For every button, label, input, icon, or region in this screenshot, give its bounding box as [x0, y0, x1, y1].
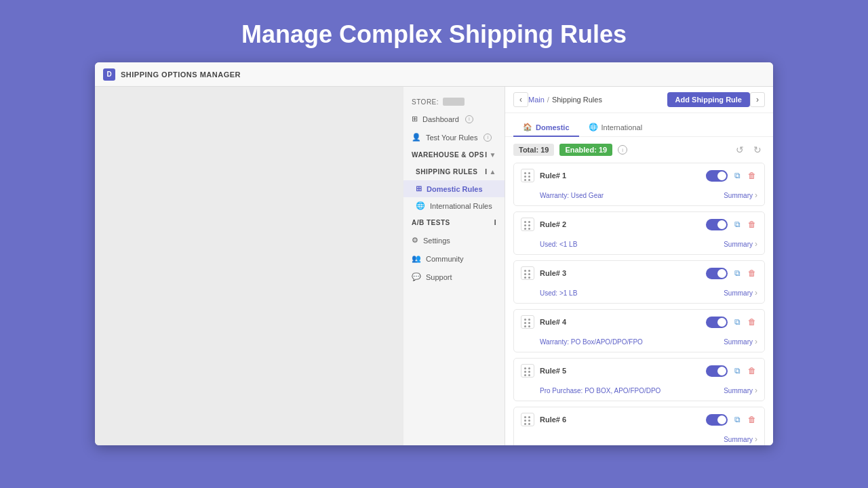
domestic-tab-label: Domestic [536, 123, 570, 131]
rule-4-copy-icon[interactable]: ⧉ [732, 317, 743, 327]
store-label: STORE: [412, 98, 439, 106]
rule-5-toggle[interactable] [706, 365, 728, 377]
enabled-badge: Enabled: 19 [559, 144, 612, 156]
sidebar-item-settings[interactable]: ⚙ Settings [403, 231, 505, 249]
sidebar-item-label: Test Your Rules [426, 134, 477, 142]
rule-1-toggle[interactable] [706, 170, 728, 182]
rule-1-description[interactable]: Warranty: Used Gear [540, 192, 604, 199]
breadcrumb-separator: / [547, 96, 549, 104]
rule-1-summary-link[interactable]: Summary [724, 192, 753, 199]
rule-2-description[interactable]: Used: <1 LB [540, 241, 577, 248]
rule-6-drag-handle[interactable] [521, 413, 534, 426]
rule-5-footer: Pro Purchase: PO BOX, APO/FPO/DPO Summar… [514, 383, 764, 401]
support-icon: 💬 [412, 272, 421, 281]
rule-1-name: Rule# 1 [540, 171, 701, 180]
sidebar-item-support[interactable]: 💬 Support [403, 268, 505, 286]
rule-5-delete-icon[interactable]: 🗑 [747, 365, 757, 376]
tab-international[interactable]: 🌐 International [579, 119, 652, 137]
dashboard-info-icon: i [465, 115, 473, 123]
rule-6-toggle[interactable] [706, 414, 728, 426]
rule-4-toggle[interactable] [706, 317, 728, 328]
rule-2-toggle[interactable] [706, 219, 728, 230]
rule-2-chevron-icon: › [755, 239, 757, 249]
redo-button[interactable]: ↻ [750, 142, 765, 157]
store-badge [443, 98, 465, 106]
breadcrumb-current: Shipping Rules [552, 96, 602, 104]
add-shipping-rule-button[interactable]: Add Shipping Rule [667, 92, 750, 107]
support-label: Support [426, 273, 452, 281]
settings-icon: ⚙ [412, 236, 418, 245]
store-row: STORE: [403, 94, 505, 110]
rule-item: Rule# 4 ⧉ 🗑 Warranty: PO Box/APO/DPO/FPO… [513, 309, 765, 352]
rule-5-chevron-icon: › [755, 386, 757, 395]
rule-4-name: Rule# 4 [540, 318, 701, 326]
nav-back-button[interactable]: ‹ [513, 92, 528, 107]
stats-info-icon[interactable]: i [618, 145, 627, 155]
rule-3-drag-handle[interactable] [521, 266, 534, 280]
warehouse-ops-section[interactable]: WAREHOUSE & OPs i ▼ [403, 146, 505, 163]
rule-3-delete-icon[interactable]: 🗑 [747, 268, 757, 279]
shipping-rules-info-icon: i [485, 168, 487, 176]
shipping-rules-section[interactable]: SHIPPING RULES i ▲ [403, 163, 505, 180]
undo-button[interactable]: ↺ [732, 142, 747, 157]
left-panel [95, 87, 403, 445]
rule-1-footer: Warranty: Used Gear Summary › [514, 188, 764, 205]
rule-3-description[interactable]: Used: >1 LB [540, 289, 577, 297]
total-badge: Total: 19 [513, 144, 554, 156]
rule-3-summary-link[interactable]: Summary [724, 289, 753, 297]
rule-5-copy-icon[interactable]: ⧉ [732, 365, 743, 376]
rule-2-actions: ⧉ 🗑 [706, 219, 757, 230]
content-header: ‹ Main / Shipping Rules Add Shipping Rul… [505, 87, 773, 113]
rule-item: Rule# 5 ⧉ 🗑 Pro Purchase: PO BOX, APO/FP… [513, 358, 765, 401]
warehouse-info-icon: i [485, 151, 487, 159]
rule-6-footer: Summary › [514, 432, 764, 445]
rule-item: Rule# 6 ⧉ 🗑 Summary › [513, 407, 765, 445]
rule-5-name: Rule# 5 [540, 367, 701, 375]
shipping-rules-label: SHIPPING RULES [416, 168, 477, 176]
rule-6-delete-icon[interactable]: 🗑 [747, 414, 757, 425]
rule-2-copy-icon[interactable]: ⧉ [732, 219, 743, 230]
rule-6-header: Rule# 6 ⧉ 🗑 [514, 407, 764, 432]
rule-4-drag-handle[interactable] [521, 315, 534, 329]
rule-2-summary-link[interactable]: Summary [724, 241, 753, 248]
shipping-rules-chevron-icon: ▲ [490, 168, 496, 176]
stats-row: Total: 19 Enabled: 19 i ↺ ↻ [505, 137, 773, 163]
rule-item: Rule# 2 ⧉ 🗑 Used: <1 LB Summary › [513, 211, 765, 255]
rule-4-chevron-icon: › [755, 337, 757, 346]
nav-forward-button[interactable]: › [750, 92, 765, 107]
community-icon: 👥 [412, 254, 421, 263]
ab-tests-section[interactable]: A/B TESTS i [403, 214, 505, 231]
rule-5-description[interactable]: Pro Purchase: PO BOX, APO/FPO/DPO [540, 387, 660, 394]
breadcrumb-main-link[interactable]: Main [528, 96, 545, 104]
sidebar-item-domestic-rules[interactable]: ⊞ Domestic Rules [403, 180, 505, 197]
rule-4-summary-link[interactable]: Summary [724, 338, 753, 346]
rule-4-description[interactable]: Warranty: PO Box/APO/DPO/FPO [540, 338, 643, 346]
rule-6-summary-link[interactable]: Summary [724, 436, 753, 443]
sidebar-item-community[interactable]: 👥 Community [403, 249, 505, 268]
rule-1-chevron-icon: › [755, 190, 757, 200]
sidebar-item-international-rules[interactable]: 🌐 International Rules [403, 197, 505, 214]
rule-1-actions: ⧉ 🗑 [706, 170, 757, 182]
rule-3-copy-icon[interactable]: ⧉ [732, 268, 743, 279]
rule-3-toggle[interactable] [706, 268, 728, 279]
rule-1-delete-icon[interactable]: 🗑 [747, 170, 757, 181]
sidebar-item-test-rules[interactable]: 👤 Test Your Rules i [403, 128, 505, 146]
community-label: Community [426, 255, 464, 263]
rule-4-delete-icon[interactable]: 🗑 [747, 317, 757, 327]
app-window: D SHIPPING OPTIONS MANAGER STORE: ⊞ Dash… [95, 62, 773, 445]
rule-1-drag-handle[interactable] [521, 169, 534, 182]
app-logo: D [103, 68, 115, 81]
rule-5-drag-handle[interactable] [521, 364, 534, 378]
rule-3-header: Rule# 3 ⧉ 🗑 [514, 261, 764, 285]
app-title: SHIPPING OPTIONS MANAGER [121, 70, 241, 79]
rule-6-chevron-icon: › [755, 434, 757, 444]
rule-1-copy-icon[interactable]: ⧉ [732, 170, 743, 181]
rule-6-copy-icon[interactable]: ⧉ [732, 414, 743, 425]
nav-sidebar: STORE: ⊞ Dashboard i 👤 Test Your Rules i… [403, 87, 505, 445]
tab-domestic[interactable]: 🏠 Domestic [513, 119, 579, 137]
sidebar-item-dashboard[interactable]: ⊞ Dashboard i [403, 110, 505, 128]
rule-2-drag-handle[interactable] [521, 218, 534, 231]
rule-2-delete-icon[interactable]: 🗑 [747, 219, 757, 230]
rule-4-footer: Warranty: PO Box/APO/DPO/FPO Summary › [514, 334, 764, 352]
rule-5-summary-link[interactable]: Summary [724, 387, 753, 394]
